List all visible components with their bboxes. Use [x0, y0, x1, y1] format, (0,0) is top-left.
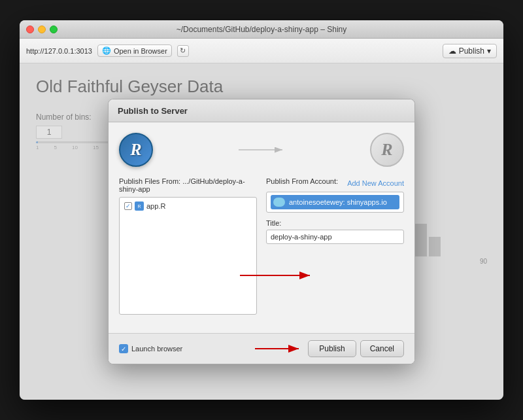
window-title: ~/Documents/GitHub/deploy-a-shiny-app – …: [177, 25, 346, 34]
add-new-account-link[interactable]: Add New Account: [347, 179, 404, 187]
deploy-arrow-icon: [235, 143, 288, 156]
modal-header: Publish to Server: [109, 99, 414, 122]
publish-toolbar-label: Publish: [459, 46, 484, 56]
minimize-button[interactable]: [38, 26, 46, 33]
open-in-browser-label: Open in Browser: [114, 47, 167, 55]
files-list: ✓ R app.R: [119, 197, 257, 315]
r-logo-remote-letter: R: [381, 140, 392, 160]
browser-icon: 🌐: [102, 46, 111, 55]
title-input[interactable]: [266, 230, 404, 244]
modal-body: R: [109, 122, 414, 333]
launch-browser-label: Launch browser: [131, 345, 182, 353]
files-label: Publish Files From: .../GitHub/deploy-a-…: [119, 177, 257, 193]
refresh-button[interactable]: ↻: [177, 45, 189, 57]
launch-browser-section: ✓ Launch browser: [119, 344, 182, 353]
account-header: Publish From Account: Add New Account: [266, 177, 404, 189]
modal-overlay: Publish to Server R: [20, 63, 503, 400]
modal-columns: Publish Files From: .../GitHub/deploy-a-…: [119, 177, 404, 315]
file-type-icon: R: [135, 201, 144, 211]
modal-left-col: Publish Files From: .../GitHub/deploy-a-…: [119, 177, 257, 315]
r-logo-remote: R: [370, 133, 404, 167]
launch-browser-checkbox[interactable]: ✓: [119, 344, 128, 353]
open-in-browser-button[interactable]: 🌐 Open in Browser: [97, 44, 172, 57]
r-logo-local-letter: R: [130, 140, 141, 160]
publish-button[interactable]: Publish: [308, 340, 356, 357]
account-section: antoinesoetewey: shinyapps.io: [266, 192, 404, 213]
r-logo-local: R: [119, 133, 153, 167]
title-label: Title:: [266, 219, 404, 227]
arrow-container: [160, 143, 363, 156]
publish-toolbar-button[interactable]: ☁ Publish ▾: [443, 44, 497, 58]
file-item: ✓ R app.R: [122, 200, 254, 212]
file-checkbox[interactable]: ✓: [124, 202, 132, 210]
red-arrow-publish-icon: [252, 342, 304, 355]
file-name: app.R: [146, 202, 165, 210]
cancel-button[interactable]: Cancel: [360, 340, 404, 357]
modal-right-col: Publish From Account: Add New Account: [266, 177, 404, 315]
maximize-button[interactable]: [50, 26, 58, 33]
title-section: Title:: [266, 219, 404, 244]
account-name: antoinesoetewey: shinyapps.io: [289, 198, 387, 206]
title-bar: ~/Documents/GitHub/deploy-a-shiny-app – …: [20, 20, 503, 39]
red-arrow-title: [237, 269, 315, 282]
publish-icon: ☁: [448, 46, 456, 56]
red-arrow-publish-container: [252, 342, 304, 355]
main-content: Old Faithful Geyser Data Number of bins:…: [20, 63, 503, 400]
url-bar[interactable]: http://127.0.0.1:3013: [26, 47, 92, 55]
modal-title: Publish to Server: [118, 106, 188, 116]
publish-dropdown-arrow-icon: ▾: [487, 46, 491, 56]
red-arrow-title-icon: [237, 269, 315, 282]
traffic-lights: [26, 26, 58, 33]
publish-modal: Publish to Server R: [108, 99, 415, 364]
cloud-icon: [273, 198, 285, 207]
svg-point-4: [279, 200, 284, 205]
toolbar: http://127.0.0.1:3013 🌐 Open in Browser …: [20, 39, 503, 63]
close-button[interactable]: [26, 26, 34, 33]
icons-row: R: [119, 133, 404, 167]
modal-footer: ✓ Launch browser: [109, 333, 414, 364]
main-window: ~/Documents/GitHub/deploy-a-shiny-app – …: [20, 20, 503, 400]
account-row[interactable]: antoinesoetewey: shinyapps.io: [271, 195, 399, 209]
account-label: Publish From Account:: [266, 177, 338, 185]
